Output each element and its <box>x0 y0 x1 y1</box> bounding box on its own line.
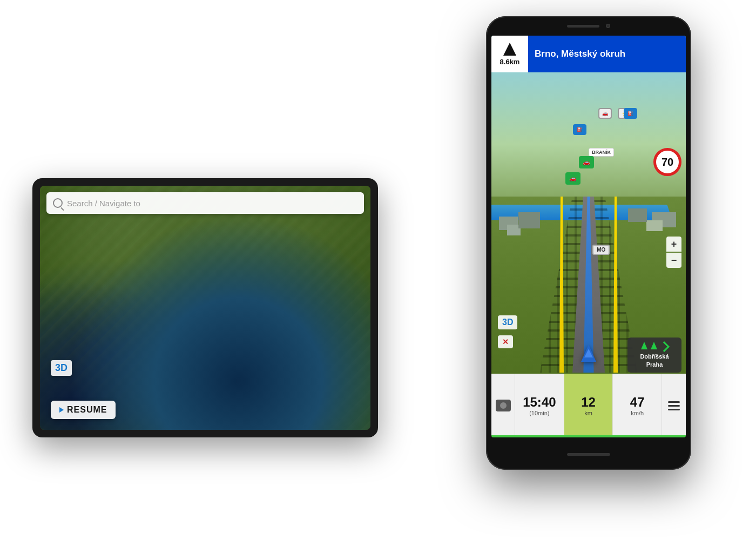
phone-screen: BRANÍK ⛽ 🚗 ⚡ ⛽ 🚗 🚗 <box>491 36 686 437</box>
phone-3d-button[interactable]: 3D <box>498 315 517 329</box>
nav-street-box: Brno, Městský okruh <box>528 36 686 72</box>
inst-arrow-2 <box>651 342 657 350</box>
nav-direction-arrow <box>503 43 516 56</box>
distance-unit: km <box>584 410 592 416</box>
bottom-dist-section: 12 km <box>564 374 613 437</box>
travel-time: (10min) <box>529 410 549 416</box>
building-5 <box>646 220 663 231</box>
inst-arrow-3 <box>660 342 668 350</box>
instruction-dest: Dobříšská Praha <box>633 353 676 368</box>
inst-arrow-1 <box>641 342 647 350</box>
bottom-speed-section: 47 km/h <box>613 374 662 437</box>
building-3 <box>518 212 540 228</box>
resume-arrow-icon <box>59 407 64 413</box>
resume-button-label: RESUME <box>67 405 107 415</box>
nav-street-name: Brno, Městský okruh <box>535 49 625 59</box>
building-6 <box>628 208 647 222</box>
phone-home-area <box>486 438 691 470</box>
poi-branik-label: BRANÍK <box>589 148 614 157</box>
poi-fuel-right: ⛽ <box>624 108 637 119</box>
phone-top-bar <box>486 16 691 36</box>
poi-car-icon: 🚗 <box>598 108 612 119</box>
poi-green-car-2: 🚗 <box>579 156 594 168</box>
instruction-dest-line2: Praha <box>633 361 676 368</box>
tablet-map <box>40 186 370 430</box>
map-terrain-overlay <box>40 186 370 430</box>
nav-distance: 8.6km <box>500 58 520 66</box>
gps-position-arrow <box>581 345 596 362</box>
road-sign-mo: MO <box>592 245 610 255</box>
hamburger-line-2 <box>668 405 680 407</box>
nav-direction-box: 8.6km <box>491 36 528 72</box>
phone-home-bar <box>567 453 610 456</box>
bottom-time-section: 15:40 (10min) <box>515 374 564 437</box>
hamburger-menu-icon <box>668 401 680 410</box>
phone-close-button[interactable]: ✕ <box>498 335 513 348</box>
zoom-in-button[interactable]: + <box>666 237 681 252</box>
scene: Search / Navigate to 3D RESUME <box>0 0 756 540</box>
phone-camera <box>606 24 610 28</box>
tablet-search-bar[interactable]: Search / Navigate to <box>46 192 364 214</box>
poi-green-car-1: 🚗 <box>565 172 580 185</box>
search-input-placeholder[interactable]: Search / Navigate to <box>67 199 357 208</box>
remaining-distance: 12 <box>581 395 596 410</box>
hamburger-line-3 <box>668 409 680 410</box>
speed-camera-icon <box>496 400 511 411</box>
current-speed: 47 <box>630 395 645 410</box>
tablet-screen-frame: Search / Navigate to 3D RESUME <box>40 186 370 430</box>
speed-limit-sign: 70 <box>653 148 681 176</box>
tablet-device: Search / Navigate to 3D RESUME <box>32 178 378 437</box>
phone-speaker <box>567 25 599 28</box>
nav-map: BRANÍK ⛽ 🚗 ⚡ ⛽ 🚗 🚗 <box>491 36 686 437</box>
zoom-out-button[interactable]: − <box>666 253 681 268</box>
bottom-menu-section[interactable] <box>662 374 686 437</box>
arrival-time: 15:40 <box>523 395 556 410</box>
instruction-dest-line1: Dobříšská <box>633 353 676 360</box>
tablet-resume-button[interactable]: RESUME <box>51 401 116 419</box>
phone-device: BRANÍK ⛽ 🚗 ⚡ ⛽ 🚗 🚗 <box>486 16 691 470</box>
tablet-screen: Search / Navigate to 3D RESUME <box>40 186 370 430</box>
nav-header: 8.6km Brno, Městský okruh <box>491 36 686 72</box>
speed-unit: km/h <box>631 410 644 416</box>
tablet-3d-button[interactable]: 3D <box>51 360 72 376</box>
search-icon <box>53 198 63 208</box>
instruction-panel: Dobříšská Praha <box>627 338 681 373</box>
poi-fuel-left: ⛽ <box>573 124 586 135</box>
nav-bottom-bar: 15:40 (10min) 12 km 47 km/h <box>491 374 686 437</box>
bottom-cam-section <box>491 374 515 437</box>
hamburger-line-1 <box>668 401 680 403</box>
instruction-arrows <box>633 342 676 350</box>
